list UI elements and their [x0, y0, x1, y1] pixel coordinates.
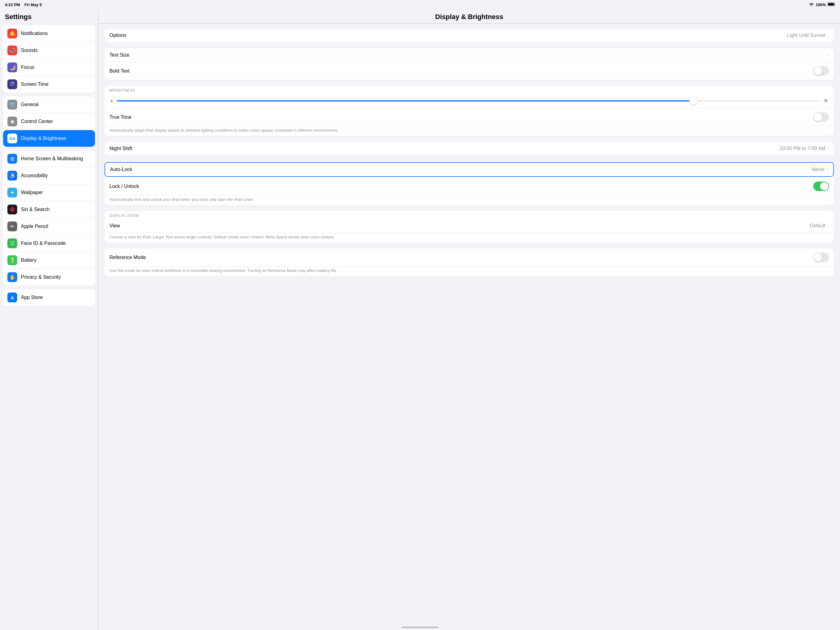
reference-mode-toggle[interactable]	[813, 253, 829, 262]
sidebar-item-accessibility[interactable]: ♿ Accessibility	[3, 167, 95, 184]
sidebar-section-middle: ⚙️ General ◉ Control Center AA Display &…	[3, 96, 95, 147]
view-label: View	[109, 223, 120, 229]
settings-row-options[interactable]: Options Light Until Sunset ›	[104, 28, 834, 42]
brightness-slider-track[interactable]	[117, 100, 820, 101]
sidebar-section-top: 🔔 Notifications 🔊 Sounds 🌙 Focus ⏱ Scree…	[3, 25, 95, 93]
sidebar-item-display-brightness[interactable]: AA Display & Brightness	[3, 130, 95, 147]
lock-unlock-toggle[interactable]	[813, 182, 829, 191]
text-size-chevron: ›	[827, 52, 829, 58]
sidebar-item-control-center[interactable]: ◉ Control Center	[3, 113, 95, 130]
text-size-value: ›	[827, 52, 829, 58]
sidebar-item-label: Screen Time	[21, 82, 49, 87]
lock-unlock-description: Automatically lock and unlock your iPad …	[104, 195, 834, 205]
sidebar-item-home-screen[interactable]: ⊞ Home Screen & Multitasking	[3, 150, 95, 167]
settings-group-text: Text Size › Bold Text	[104, 48, 834, 80]
settings-group-night-shift: Night Shift 10:00 PM to 7:00 AM ›	[104, 142, 834, 155]
settings-row-true-tone[interactable]: True Tone	[104, 108, 834, 126]
settings-row-lock-unlock[interactable]: Lock / Unlock	[104, 177, 834, 195]
status-time: 4:23 PM	[5, 2, 20, 7]
true-tone-description: Automatically adapt iPad display based o…	[104, 126, 834, 136]
status-bar: 4:23 PM Fri May 5 100%	[0, 0, 840, 9]
battery-percentage: 100%	[816, 2, 826, 7]
app-store-icon: A	[7, 293, 17, 302]
display-zoom-section-label: DISPLAY ZOOM	[104, 211, 834, 219]
settings-group-reference-mode: Reference Mode Use this mode for color c…	[104, 249, 834, 276]
svg-point-10	[13, 242, 14, 243]
auto-lock-label: Auto-Lock	[110, 167, 132, 172]
sidebar-item-label: Accessibility	[21, 173, 47, 179]
sidebar-item-label: App Store	[21, 295, 43, 300]
options-chevron: ›	[827, 33, 829, 38]
sidebar-item-general[interactable]: ⚙️ General	[3, 96, 95, 113]
svg-rect-8	[13, 245, 14, 245]
sidebar-item-label: Wallpaper	[21, 190, 43, 195]
options-value: Light Until Sunset ›	[787, 33, 829, 38]
wifi-icon	[809, 2, 814, 7]
screen-time-icon: ⏱	[7, 79, 17, 89]
svg-rect-2	[828, 3, 834, 5]
view-chevron: ›	[827, 223, 829, 229]
general-icon: ⚙️	[7, 100, 17, 109]
svg-rect-6	[13, 241, 14, 242]
settings-row-view[interactable]: View Default ›	[104, 219, 834, 233]
brightness-slider-row[interactable]: ☀ ☀	[104, 94, 834, 108]
display-brightness-icon: AA	[7, 133, 17, 143]
sidebar-item-label: General	[21, 102, 38, 108]
settings-group-display-zoom: DISPLAY ZOOM View Default › Choose a vie…	[104, 211, 834, 242]
night-shift-label: Night Shift	[109, 146, 132, 151]
control-center-icon: ◉	[7, 117, 17, 127]
sidebar-item-siri-search[interactable]: Siri & Search	[3, 201, 95, 218]
svg-rect-5	[10, 241, 11, 242]
sidebar-item-label: Face ID & Passcode	[21, 241, 66, 246]
sidebar-item-sounds[interactable]: 🔊 Sounds	[3, 42, 95, 59]
settings-group-options: Options Light Until Sunset ›	[104, 28, 834, 42]
accessibility-icon: ♿	[7, 171, 17, 180]
sidebar-item-label: Sounds	[21, 47, 38, 53]
sidebar-item-battery[interactable]: 🔋 Battery	[3, 252, 95, 269]
sidebar-item-label: Battery	[21, 258, 36, 263]
settings-row-text-size[interactable]: Text Size ›	[104, 48, 834, 62]
settings-row-night-shift[interactable]: Night Shift 10:00 PM to 7:00 AM ›	[104, 142, 834, 155]
sidebar-item-apple-pencil[interactable]: ✏ Apple Pencil	[3, 218, 95, 235]
bold-text-label: Bold Text	[109, 68, 130, 74]
brightness-section-label: BRIGHTNESS	[104, 86, 834, 94]
auto-lock-chevron: ›	[827, 167, 828, 172]
sidebar-section-lower: ⊞ Home Screen & Multitasking ♿ Accessibi…	[3, 150, 95, 285]
brightness-high-icon: ☀	[823, 97, 829, 105]
lock-unlock-label: Lock / Unlock	[109, 184, 139, 189]
svg-point-9	[11, 242, 12, 243]
home-screen-icon: ⊞	[7, 154, 17, 164]
sidebar-item-wallpaper[interactable]: ✦ Wallpaper	[3, 184, 95, 201]
sidebar-item-privacy-security[interactable]: ✋ Privacy & Security	[3, 269, 95, 285]
sidebar-item-app-store[interactable]: A App Store	[3, 289, 95, 306]
sidebar-item-label: Privacy & Security	[21, 274, 61, 280]
sidebar-item-face-id[interactable]: Face ID & Passcode	[3, 235, 95, 252]
sidebar-item-screen-time[interactable]: ⏱ Screen Time	[3, 76, 95, 93]
main-layout: Settings 🔔 Notifications 🔊 Sounds 🌙 Focu…	[0, 9, 840, 630]
auto-lock-value: Never ›	[812, 167, 828, 172]
focus-icon: 🌙	[7, 62, 17, 72]
settings-group-brightness: BRIGHTNESS ☀ ☀ True Tone Automatically a…	[104, 86, 834, 136]
home-indicator	[401, 627, 439, 628]
battery-icon	[828, 2, 835, 7]
status-time-date: 4:23 PM Fri May 5	[5, 2, 42, 7]
view-value: Default ›	[810, 223, 829, 229]
settings-row-auto-lock[interactable]: Auto-Lock Never ›	[104, 162, 834, 177]
bold-text-toggle[interactable]	[813, 66, 829, 76]
content-header: Display & Brightness	[98, 9, 840, 24]
true-tone-label: True Tone	[109, 114, 131, 120]
svg-point-4	[11, 209, 13, 211]
sidebar-item-label: Notifications	[21, 31, 47, 36]
status-right: 100%	[809, 2, 835, 7]
apple-pencil-icon: ✏	[7, 222, 17, 231]
sidebar-item-focus[interactable]: 🌙 Focus	[3, 59, 95, 76]
settings-row-reference-mode[interactable]: Reference Mode	[104, 249, 834, 266]
wallpaper-icon: ✦	[7, 188, 17, 198]
sidebar-item-notifications[interactable]: 🔔 Notifications	[3, 25, 95, 42]
true-tone-toggle[interactable]	[813, 112, 829, 122]
brightness-slider-fill	[117, 100, 693, 101]
reference-mode-label: Reference Mode	[109, 255, 146, 260]
face-id-icon	[7, 238, 17, 248]
lock-unlock-toggle-knob	[820, 182, 828, 190]
settings-row-bold-text[interactable]: Bold Text	[104, 62, 834, 80]
